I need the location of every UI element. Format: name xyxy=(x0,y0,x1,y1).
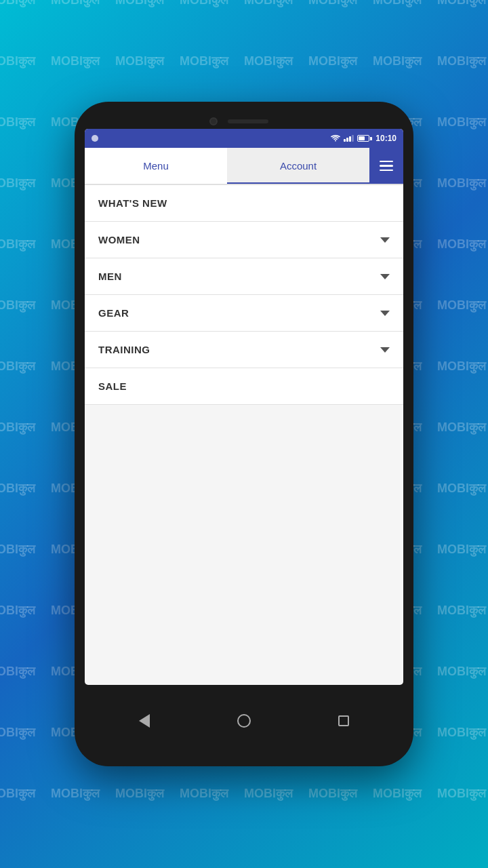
chevron-down-icon xyxy=(380,274,390,279)
tab-bar: Menu Account xyxy=(85,148,403,184)
watermark-text: MOBIकुल xyxy=(437,176,486,191)
watermark-text: MOBIकुल xyxy=(308,0,357,7)
watermark-text: MOBIकुल xyxy=(437,726,486,740)
watermark-text: MOBIकुल xyxy=(0,298,35,313)
menu-item-sale[interactable]: SALE xyxy=(85,368,403,405)
watermark-text: MOBIकुल xyxy=(373,54,422,68)
watermark-text: MOBIकुल xyxy=(51,787,100,801)
menu-item-label: MEN xyxy=(98,271,122,282)
phone-top xyxy=(81,112,407,129)
watermark-text: MOBIकुल xyxy=(308,787,357,801)
watermark-text: MOBIकुल xyxy=(244,0,293,7)
menu-item-gear[interactable]: GEAR xyxy=(85,295,403,332)
phone-screen: 10:10 Menu Account WHAT'S NEWWOMENMENGEA… xyxy=(85,129,403,685)
recent-icon xyxy=(338,715,349,726)
watermark-text: MOBIकुल xyxy=(0,604,35,618)
wifi-icon xyxy=(331,135,340,142)
watermark-text: MOBIकुल xyxy=(0,420,35,435)
hamburger-line-1 xyxy=(380,161,393,163)
signal-icon xyxy=(344,135,354,142)
menu-item-women[interactable]: WOMEN xyxy=(85,222,403,258)
chevron-down-icon xyxy=(380,237,390,243)
watermark-text: MOBIकुल xyxy=(0,0,35,7)
watermark-text: MOBIकुल xyxy=(0,665,35,679)
menu-item-label: GEAR xyxy=(98,307,129,319)
watermark-text: MOBIकुल xyxy=(0,359,35,374)
watermark-text: MOBIकुल xyxy=(437,604,486,618)
watermark-text: MOBIकुल xyxy=(373,787,422,801)
home-icon xyxy=(237,714,251,728)
menu-item-whatsnew[interactable]: WHAT'S NEW xyxy=(85,184,403,222)
watermark-text: MOBIकुल xyxy=(437,420,486,435)
status-right: 10:10 xyxy=(331,134,396,143)
menu-item-label: TRAINING xyxy=(98,344,150,355)
recent-apps-button[interactable] xyxy=(331,709,355,732)
watermark-text: MOBIकुल xyxy=(0,726,35,740)
watermark-text: MOBIकुल xyxy=(180,0,228,7)
watermark-text: MOBIकुल xyxy=(437,542,486,557)
menu-item-men[interactable]: MEN xyxy=(85,258,403,295)
watermark-text: MOBIकुल xyxy=(437,665,486,679)
menu-item-training[interactable]: TRAINING xyxy=(85,332,403,368)
status-time: 10:10 xyxy=(375,134,396,143)
hamburger-line-3 xyxy=(380,170,393,172)
menu-item-label: WHAT'S NEW xyxy=(98,197,167,209)
watermark-text: MOBIकुल xyxy=(244,54,293,68)
back-button[interactable] xyxy=(133,709,157,732)
watermark-text: MOBIकुल xyxy=(437,54,486,68)
watermark-text: MOBIकुल xyxy=(437,481,486,496)
watermark-text: MOBIकुल xyxy=(437,237,486,252)
status-bar: 10:10 xyxy=(85,129,403,148)
menu-item-label: WOMEN xyxy=(98,234,140,245)
watermark-text: MOBIकुल xyxy=(437,298,486,313)
tab-account[interactable]: Account xyxy=(227,148,369,184)
watermark-text: MOBIकुल xyxy=(308,54,357,68)
watermark-text: MOBIकुल xyxy=(437,787,486,801)
watermark-text: MOBIकुल xyxy=(180,54,228,68)
hamburger-button[interactable] xyxy=(369,148,403,184)
watermark-text: MOBIकुल xyxy=(51,0,100,7)
watermark-text: MOBIकुल xyxy=(0,542,35,557)
watermark-text: MOBIकुल xyxy=(373,0,422,7)
menu-content: WHAT'S NEWWOMENMENGEARTRAININGSALE xyxy=(85,184,403,405)
hamburger-line-2 xyxy=(380,165,393,167)
watermark-text: MOBIकुल xyxy=(0,481,35,496)
watermark-text: MOBIकुल xyxy=(0,54,35,68)
phone-speaker xyxy=(228,119,268,123)
menu-item-label: SALE xyxy=(98,380,127,392)
watermark-text: MOBIकुल xyxy=(0,176,35,191)
status-left xyxy=(92,135,98,142)
status-indicator xyxy=(92,135,98,142)
watermark-text: MOBIकुल xyxy=(0,237,35,252)
phone-bottom-nav xyxy=(81,685,407,756)
watermark-text: MOBIकुल xyxy=(437,115,486,130)
watermark-text: MOBIकुल xyxy=(115,54,164,68)
home-button[interactable] xyxy=(232,709,256,732)
watermark-text: MOBIकुल xyxy=(51,54,100,68)
watermark-text: MOBIकुल xyxy=(115,0,164,7)
battery-icon xyxy=(357,135,372,142)
back-icon xyxy=(139,714,150,728)
phone-camera xyxy=(209,117,218,125)
watermark-text: MOBIकुल xyxy=(180,787,228,801)
tab-menu[interactable]: Menu xyxy=(85,148,227,184)
chevron-down-icon xyxy=(380,347,390,353)
watermark-text: MOBIकुल xyxy=(0,787,35,801)
watermark-text: MOBIकुल xyxy=(437,0,486,7)
watermark-text: MOBIकुल xyxy=(0,115,35,130)
watermark-text: MOBIकुल xyxy=(115,787,164,801)
watermark-text: MOBIकुल xyxy=(437,359,486,374)
watermark-text: MOBIकुल xyxy=(244,787,293,801)
chevron-down-icon xyxy=(380,311,390,316)
phone-frame: 10:10 Menu Account WHAT'S NEWWOMENMENGEA… xyxy=(75,102,413,766)
